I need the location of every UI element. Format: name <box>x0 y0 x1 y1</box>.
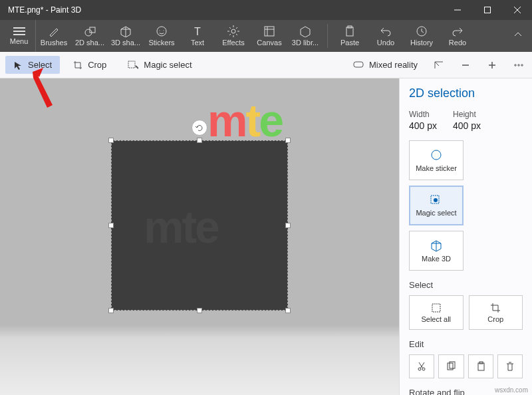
logo-e: e <box>259 95 282 146</box>
rotate-handle[interactable] <box>192 120 207 136</box>
history-tool[interactable]: History <box>404 20 440 52</box>
crop-label: Crop <box>487 315 503 323</box>
title-bar: MTE.png* - Paint 3D <box>0 0 532 20</box>
paste-tool[interactable]: Paste <box>332 20 368 52</box>
mixed-reality-button[interactable]: Mixed reality <box>345 56 426 74</box>
text-label: Text <box>191 39 204 47</box>
magic-select-button[interactable]: Magic select <box>120 56 200 74</box>
svg-line-19 <box>236 27 237 29</box>
brushes-tool[interactable]: Brushes <box>36 20 72 52</box>
height-label: Height <box>453 110 481 119</box>
stickers-tool[interactable]: Stickers <box>144 20 180 52</box>
window-title: MTE.png* - Paint 3D <box>8 5 81 15</box>
svg-point-11 <box>231 29 235 33</box>
magic-select-tile-label: Magic select <box>416 209 456 217</box>
cut-button[interactable] <box>409 354 434 378</box>
properties-panel: 2D selection Width 400 px Height 400 px … <box>399 78 532 395</box>
make-3d-button[interactable]: Make 3D <box>409 231 464 271</box>
edit-section-label: Edit <box>409 339 523 349</box>
svg-point-36 <box>434 198 438 202</box>
select-all-button[interactable]: Select all <box>409 295 464 330</box>
2d-shapes-label: 2D sha... <box>75 39 104 47</box>
delete-button[interactable] <box>497 354 523 378</box>
crop-tool-label: Crop <box>88 60 106 70</box>
redo-label: Redo <box>449 39 466 47</box>
selection-box[interactable] <box>111 140 288 311</box>
close-button[interactable] <box>502 0 532 20</box>
resize-handle-tm[interactable] <box>197 138 202 143</box>
svg-rect-26 <box>128 61 135 68</box>
3d-library-label: 3D libr... <box>292 39 319 47</box>
menu-label: Menu <box>10 37 29 45</box>
svg-rect-42 <box>478 363 484 370</box>
panel-title: 2D selection <box>409 86 523 100</box>
svg-point-32 <box>518 64 519 65</box>
canvas-workspace[interactable]: mte <box>0 78 399 395</box>
menu-button[interactable]: Menu <box>3 20 36 52</box>
watermark: wsxdn.com <box>495 386 528 394</box>
crop-tool-button[interactable]: Crop <box>65 56 114 74</box>
zoom-out-button[interactable] <box>452 61 479 70</box>
make-3d-label: Make 3D <box>422 255 451 263</box>
zoom-in-button[interactable] <box>479 61 505 70</box>
history-label: History <box>410 39 433 47</box>
logo-t: t <box>245 95 259 146</box>
redo-tool[interactable]: Redo <box>440 20 475 52</box>
svg-line-17 <box>236 34 237 35</box>
select-tool-button[interactable]: Select <box>5 56 60 74</box>
svg-rect-23 <box>346 27 353 36</box>
more-options-button[interactable] <box>505 61 532 70</box>
svg-point-9 <box>157 27 166 36</box>
make-sticker-button[interactable]: Make sticker <box>409 140 464 180</box>
svg-rect-1 <box>484 7 490 13</box>
select-all-label: Select all <box>421 315 451 323</box>
3d-shapes-tool[interactable]: 3D sha... <box>108 20 144 52</box>
effects-label: Effects <box>222 39 244 47</box>
width-label: Width <box>409 110 437 119</box>
svg-text:T: T <box>194 26 201 37</box>
text-tool[interactable]: T Text <box>180 20 215 52</box>
effects-tool[interactable]: Effects <box>215 20 251 52</box>
svg-line-18 <box>229 34 231 35</box>
crop-button[interactable]: Crop <box>469 295 523 330</box>
3d-shapes-label: 3D sha... <box>111 39 140 47</box>
resize-handle-mr[interactable] <box>285 223 291 228</box>
minimize-button[interactable] <box>442 0 472 20</box>
2d-shapes-tool[interactable]: 2D sha... <box>72 20 108 52</box>
canvas-label: Canvas <box>257 39 281 47</box>
magic-select-tile[interactable]: Magic select <box>409 186 464 225</box>
resize-handle-bl[interactable] <box>108 308 114 313</box>
svg-rect-20 <box>265 27 274 36</box>
svg-point-34 <box>432 150 441 160</box>
resize-handle-tl[interactable] <box>108 138 114 143</box>
logo-text: mte <box>207 94 282 146</box>
resize-handle-tr[interactable] <box>285 138 291 143</box>
resize-handle-br[interactable] <box>285 308 291 313</box>
stickers-label: Stickers <box>148 39 174 47</box>
svg-line-16 <box>229 27 231 29</box>
3d-library-tool[interactable]: 3D libr... <box>287 20 323 52</box>
magic-select-label: Magic select <box>144 60 192 70</box>
paste-label: Paste <box>340 39 359 47</box>
height-value: 400 px <box>453 120 481 131</box>
sub-toolbar: Select Crop Magic select Mixed reality <box>0 52 532 78</box>
undo-label: Undo <box>377 39 394 47</box>
undo-tool[interactable]: Undo <box>368 20 404 52</box>
collapse-ribbon-button[interactable] <box>513 30 523 42</box>
copy-button[interactable] <box>438 354 464 378</box>
ribbon-toolbar: Menu Brushes 2D sha... 3D sha... Sticker… <box>0 20 532 52</box>
resize-handle-bm[interactable] <box>197 308 202 313</box>
canvas-tool[interactable]: Canvas <box>251 20 287 52</box>
select-section-label: Select <box>409 280 523 290</box>
maximize-button[interactable] <box>472 0 502 20</box>
paste-button[interactable] <box>468 354 493 378</box>
svg-rect-37 <box>432 304 440 312</box>
select-tool-label: Select <box>28 60 52 70</box>
brushes-label: Brushes <box>41 39 67 47</box>
resize-handle-ml[interactable] <box>108 223 114 228</box>
svg-rect-27 <box>354 62 363 67</box>
view-3d-button[interactable] <box>426 61 452 70</box>
svg-point-31 <box>515 64 516 65</box>
mixed-reality-label: Mixed reality <box>369 60 418 70</box>
width-value: 400 px <box>409 120 437 131</box>
